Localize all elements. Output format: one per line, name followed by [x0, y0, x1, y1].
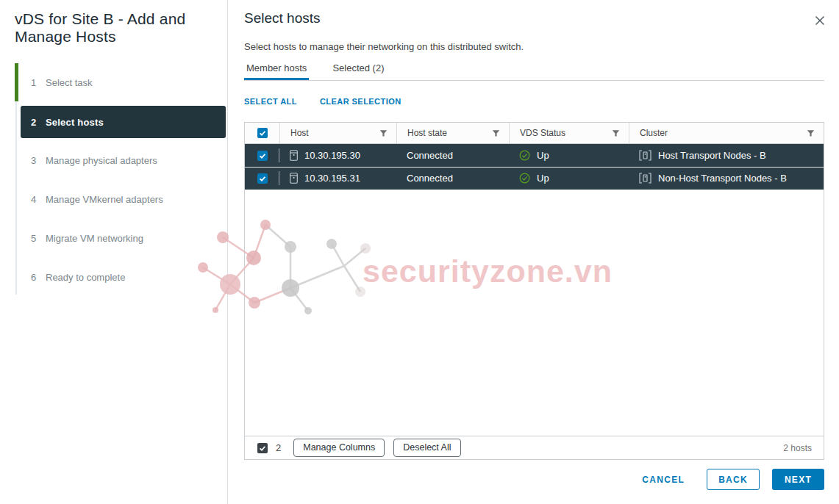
page-title: Select hosts — [244, 10, 824, 26]
checkbox-checked-icon[interactable] — [257, 173, 268, 184]
wizard-step-manage-physical-adapters[interactable]: 3 Manage physical adapters — [0, 141, 227, 180]
status-up-icon — [519, 173, 530, 184]
host-ip: 10.30.195.31 — [304, 173, 360, 184]
filter-icon[interactable] — [612, 129, 620, 137]
back-button[interactable]: BACK — [707, 469, 760, 490]
cluster-name: Host Transport Nodes - B — [658, 150, 766, 161]
column-header-vds-status: VDS Status — [509, 123, 629, 143]
checkbox-checked-icon[interactable] — [257, 128, 268, 138]
step-label: Migrate VM networking — [46, 233, 143, 244]
wizard-steps: 1 Select task 2 Select hosts 3 Manage ph… — [0, 63, 227, 297]
table-header-row: Host Host state VDS Status Cluster — [245, 123, 824, 144]
step-label: Manage physical adapters — [46, 155, 157, 166]
wizard-title: vDS for Site B - Add and Manage Hosts — [15, 10, 214, 46]
tab-member-hosts[interactable]: Member hosts — [244, 58, 309, 80]
dialog-description: Select hosts to manage their networking … — [244, 41, 824, 52]
host-cell: 10.30.195.31 — [279, 167, 396, 190]
deselect-all-button[interactable]: Deselect All — [393, 439, 460, 457]
step-progress-bar — [15, 63, 18, 101]
dialog-actions: CANCEL BACK NEXT — [244, 469, 824, 490]
cluster-icon — [639, 173, 651, 184]
checkbox-checked-icon[interactable] — [257, 151, 268, 161]
step-label: Select hosts — [46, 117, 104, 128]
wizard-step-ready-to-complete[interactable]: 6 Ready to complete — [0, 258, 227, 297]
wizard-step-migrate-vm-networking[interactable]: 5 Migrate VM networking — [0, 219, 227, 258]
tab-bar: Member hosts Selected (2) — [244, 58, 824, 81]
step-label: Select task — [46, 77, 93, 88]
cluster-cell: Host Transport Nodes - B — [629, 144, 824, 167]
vds-status-cell: Up — [509, 167, 629, 190]
bulk-actions: SELECT ALL CLEAR SELECTION — [244, 97, 824, 106]
step-number: 5 — [31, 233, 36, 244]
table-row[interactable]: 10.30.195.30 Connected Up Host T — [245, 144, 824, 167]
host-state-cell: Connected — [396, 167, 509, 190]
vds-status-cell: Up — [509, 144, 629, 167]
footer-selection-checkbox[interactable] — [257, 443, 268, 453]
column-label: Cluster — [640, 128, 668, 138]
step-number: 2 — [31, 117, 36, 128]
host-state: Connected — [407, 173, 453, 184]
step-number: 6 — [31, 272, 36, 283]
vds-status: Up — [537, 173, 549, 184]
column-label: VDS Status — [520, 128, 565, 138]
step-guide-line — [15, 102, 17, 295]
filter-icon[interactable] — [807, 129, 815, 137]
column-header-cluster: Cluster — [629, 123, 824, 143]
clear-selection-link[interactable]: CLEAR SELECTION — [320, 97, 401, 106]
status-up-icon — [519, 150, 530, 161]
cluster-icon — [639, 150, 651, 161]
table-empty-area — [245, 190, 824, 436]
column-header-host-state: Host state — [396, 123, 509, 143]
cancel-button[interactable]: CANCEL — [638, 469, 689, 490]
table-row[interactable]: 10.30.195.31 Connected Up Non-Ho — [245, 167, 824, 190]
select-all-link[interactable]: SELECT ALL — [244, 97, 297, 106]
total-hosts-label: 2 hosts — [783, 443, 812, 453]
step-label: Manage VMkernel adapters — [46, 194, 163, 205]
table-footer: 2 Manage Columns Deselect All 2 hosts — [245, 436, 824, 459]
cluster-cell: Non-Host Transport Nodes - B — [629, 167, 824, 190]
next-button[interactable]: NEXT — [772, 469, 824, 490]
checkbox-checked-icon — [258, 444, 267, 453]
step-number: 1 — [31, 77, 36, 88]
filter-icon[interactable] — [492, 129, 500, 137]
step-number: 3 — [31, 155, 36, 166]
host-ip: 10.30.195.30 — [304, 150, 360, 161]
close-icon — [814, 15, 826, 26]
column-label: Host state — [407, 128, 447, 138]
host-state: Connected — [407, 150, 453, 161]
hosts-table: Host Host state VDS Status Cluster — [244, 122, 824, 460]
manage-columns-button[interactable]: Manage Columns — [293, 439, 385, 457]
row-checkbox[interactable] — [245, 144, 279, 167]
step-number: 4 — [31, 194, 36, 205]
select-hosts-panel: Select hosts Select hosts to manage thei… — [229, 0, 839, 504]
host-state-cell: Connected — [396, 144, 509, 167]
selected-count: 2 — [276, 442, 281, 453]
host-icon — [290, 150, 298, 161]
select-all-checkbox[interactable] — [245, 123, 279, 143]
tab-selected[interactable]: Selected (2) — [330, 58, 386, 80]
vds-status: Up — [537, 150, 549, 161]
wizard-step-select-task[interactable]: 1 Select task — [0, 63, 227, 102]
close-button[interactable] — [814, 15, 826, 26]
wizard-step-select-hosts[interactable]: 2 Select hosts — [21, 106, 226, 138]
row-checkbox[interactable] — [245, 167, 279, 190]
filter-icon[interactable] — [379, 129, 388, 137]
column-header-host: Host — [279, 123, 396, 143]
host-icon — [290, 173, 298, 184]
step-label: Ready to complete — [46, 272, 125, 283]
column-label: Host — [290, 128, 309, 138]
cluster-name: Non-Host Transport Nodes - B — [658, 173, 787, 184]
wizard-sidebar: vDS for Site B - Add and Manage Hosts 1 … — [0, 0, 228, 504]
wizard-step-manage-vmkernel-adapters[interactable]: 4 Manage VMkernel adapters — [0, 180, 227, 219]
host-cell: 10.30.195.30 — [279, 144, 396, 167]
